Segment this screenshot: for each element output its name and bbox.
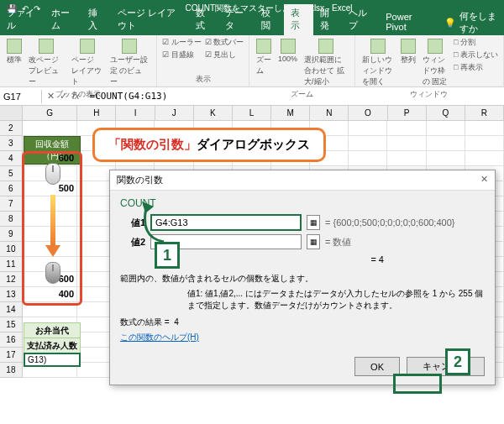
col-header[interactable]: L [233, 106, 271, 120]
formula-bar: G17 ✕ ✓ fx =COUNT(G4:G13) [0, 87, 504, 106]
tab-review[interactable]: 校閲 [255, 4, 284, 35]
chk-formula-bar[interactable]: ☑ 数式バー [205, 37, 244, 48]
tab-powerpivot[interactable]: Power Pivot [379, 9, 434, 35]
formula-input[interactable]: =COUNT(G4:G13) [85, 89, 504, 103]
row-header[interactable]: 12 [0, 272, 23, 287]
cell[interactable] [387, 121, 426, 136]
row-header[interactable]: 3 [0, 136, 23, 151]
row-header[interactable]: 13 [0, 287, 23, 302]
lightbulb-icon: 💡 [444, 18, 456, 29]
name-box[interactable]: G17 [0, 90, 42, 103]
cell[interactable] [349, 151, 387, 166]
row-header[interactable]: 2 [0, 121, 23, 136]
row-header[interactable]: 18 [0, 363, 23, 378]
cell[interactable] [349, 121, 387, 136]
tell-me[interactable]: 💡 何をしますか [444, 10, 504, 35]
annotation-box: 「関数の引数」ダイアログボックス [92, 128, 326, 162]
svg-marker-0 [142, 202, 154, 213]
function-description: 範囲内の、数値が含まれるセルの個数を返します。 [120, 273, 485, 285]
view-normal-button[interactable]: 標準 [5, 37, 24, 67]
view-pagebreak-button[interactable]: 改ページ プレビュー [27, 37, 66, 89]
unhide-toggle[interactable]: □ 再表示 [454, 62, 498, 73]
ribbon-tabs: ファイル ホーム 挿入 ページ レイアウト 数式 データ 校閲 表示 開発 ヘル… [0, 17, 504, 35]
row-header[interactable]: 6 [0, 181, 23, 196]
row-header[interactable]: 17 [0, 348, 23, 363]
column-headers: G H I J K L M N O P Q R [0, 106, 504, 121]
enter-icon[interactable]: ✓ [60, 91, 67, 102]
split-toggle[interactable]: □ 分割 [454, 37, 498, 48]
view-custom-button[interactable]: ユーザー設定 のビュー [108, 37, 151, 89]
cell[interactable] [387, 151, 426, 166]
cell-value[interactable]: 400 [25, 289, 77, 299]
row-header[interactable]: 15 [0, 317, 23, 332]
cell[interactable] [465, 121, 504, 136]
cell[interactable] [23, 121, 77, 136]
tab-developer[interactable]: 開発 [313, 4, 343, 35]
col-header[interactable]: Q [427, 106, 465, 120]
row-header[interactable]: 14 [0, 302, 23, 317]
select-all-corner[interactable] [0, 106, 23, 120]
zoom-selection-button[interactable]: 選択範囲に合わせて 拡大/縮小 [302, 37, 349, 89]
cell[interactable] [427, 151, 465, 166]
cell[interactable] [427, 121, 465, 136]
collapse-icon[interactable]: ▦ [307, 215, 320, 230]
cancel-icon[interactable]: ✕ [47, 91, 55, 102]
col-header[interactable]: P [388, 106, 427, 120]
col-header[interactable]: N [310, 106, 349, 120]
zoom-100-button[interactable]: 100% [276, 37, 299, 65]
tab-insert[interactable]: 挿入 [81, 4, 111, 35]
chk-ruler[interactable]: ☑ ルーラー [162, 37, 202, 48]
row-header[interactable]: 5 [0, 166, 23, 181]
new-window-button[interactable]: 新しいウィンドウ を開く [360, 37, 396, 89]
hide-toggle[interactable]: □ 表示しない [454, 50, 498, 60]
dialog-title: 関数の引数 [117, 174, 163, 186]
cell[interactable] [349, 136, 387, 151]
row-header[interactable]: 7 [0, 196, 23, 212]
zoom-button[interactable]: ズーム [255, 37, 273, 78]
row-header[interactable]: 11 [0, 257, 23, 272]
arrow-down-icon [49, 195, 57, 257]
help-link[interactable]: この関数のヘルプ(H) [120, 332, 199, 342]
col-header[interactable]: I [116, 106, 155, 120]
col-header[interactable]: K [194, 106, 233, 120]
freeze-panes-button[interactable]: ウィンドウ枠の 固定 [421, 37, 450, 89]
active-cell[interactable]: G13) [24, 353, 81, 367]
tab-data[interactable]: データ [218, 4, 255, 35]
close-icon[interactable]: ✕ [480, 174, 488, 186]
row-header[interactable]: 4 [0, 151, 23, 166]
cell[interactable] [427, 136, 465, 151]
row-header[interactable]: 10 [0, 242, 23, 257]
collapse-icon[interactable]: ▦ [307, 234, 320, 249]
ribbon-body: 標準 改ページ プレビュー ページ レイアウト ユーザー設定 のビュー ブックの… [0, 35, 504, 87]
row-header[interactable]: 16 [0, 332, 23, 348]
col-header[interactable]: O [349, 106, 387, 120]
view-pagelayout-button[interactable]: ページ レイアウト [70, 37, 105, 89]
cell[interactable] [465, 136, 504, 151]
callout-2: 2 [445, 348, 470, 375]
col-header[interactable]: R [465, 106, 504, 120]
fx-icon[interactable]: fx [72, 91, 80, 102]
chk-grid[interactable]: ☑ 目盛線 [162, 50, 202, 60]
tab-formulas[interactable]: 数式 [189, 4, 218, 35]
cell[interactable] [465, 151, 504, 166]
tab-layout[interactable]: ページ レイアウト [111, 4, 189, 35]
col-header[interactable]: M [271, 106, 310, 120]
row-header[interactable]: 8 [0, 212, 23, 227]
group-label-show: 表示 [162, 74, 244, 85]
tab-view[interactable]: 表示 [284, 4, 313, 35]
tab-help[interactable]: ヘルプ [342, 4, 379, 35]
label-bento: お弁当代 [24, 322, 81, 339]
arrange-button[interactable]: 整列 [399, 37, 417, 67]
chk-headings[interactable]: ☑ 見出し [205, 50, 244, 60]
row-header[interactable]: 9 [0, 227, 23, 242]
mouse-icon [44, 163, 62, 188]
col-header[interactable]: J [155, 106, 194, 120]
label-paid-count: 支払済み人数 [24, 338, 81, 354]
col-header[interactable]: H [77, 106, 116, 120]
col-header[interactable]: G [23, 106, 77, 120]
cell[interactable] [387, 136, 426, 151]
cell-value[interactable]: 600 [25, 153, 77, 163]
tab-home[interactable]: ホーム [45, 4, 81, 35]
tab-file[interactable]: ファイル [0, 4, 45, 35]
argument-description: 値1: 値1,値2,... にはデータまたはデータが入力したセルの参照を 1 か… [187, 288, 485, 311]
